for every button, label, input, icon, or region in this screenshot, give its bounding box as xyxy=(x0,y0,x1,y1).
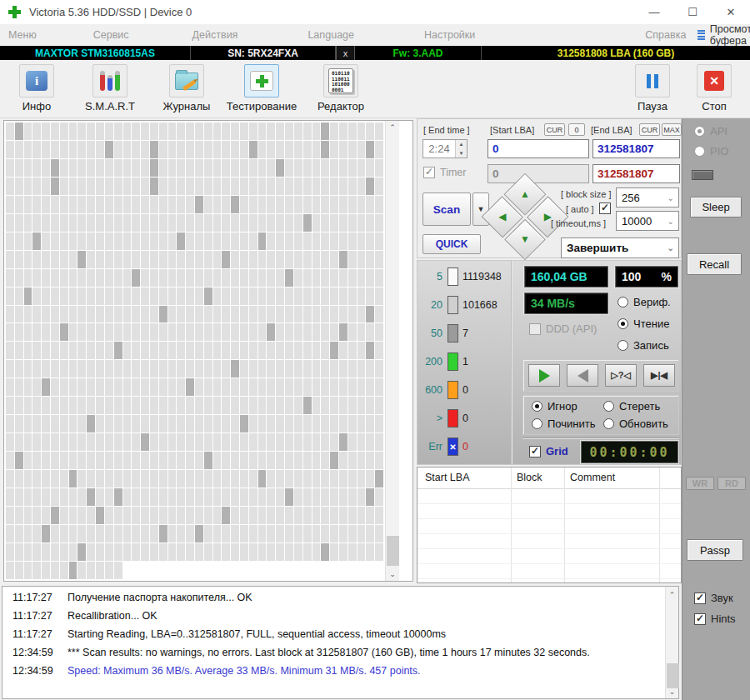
minimize-button[interactable]: — xyxy=(635,0,673,24)
scan-block xyxy=(132,470,140,488)
end-lba2-input[interactable]: 312581807 xyxy=(592,164,680,183)
scan-button[interactable]: Scan xyxy=(422,192,471,226)
action-refresh-radio[interactable]: Обновить xyxy=(603,418,668,430)
scan-block xyxy=(285,196,293,213)
scan-block xyxy=(285,251,293,268)
column-block[interactable]: Block xyxy=(517,472,542,483)
close-button[interactable]: ✕ xyxy=(712,0,750,24)
scan-block xyxy=(6,214,14,232)
scan-block xyxy=(32,178,41,195)
action-erase-radio[interactable]: Стереть xyxy=(603,400,660,412)
end-cur-button[interactable]: CUR xyxy=(639,123,660,136)
editor-button[interactable]: 010110 110011 101000 0001 Редактор xyxy=(305,64,377,112)
scan-block xyxy=(114,323,122,341)
play-button[interactable] xyxy=(528,364,560,387)
scan-block xyxy=(204,269,212,287)
scan-block xyxy=(231,196,239,213)
menu-service[interactable]: Сервис xyxy=(82,29,141,41)
scan-block xyxy=(123,433,132,451)
menu-settings[interactable]: Настройки xyxy=(412,29,487,41)
mode-read-radio[interactable]: Чтение xyxy=(618,318,669,330)
scan-block xyxy=(96,397,104,414)
end-lba-input[interactable]: 312581807 xyxy=(592,139,680,158)
journals-button[interactable]: Журналы xyxy=(148,64,225,112)
quick-button[interactable]: QUICK xyxy=(422,234,481,254)
scan-block xyxy=(42,306,50,323)
grid-checkbox[interactable]: Grid xyxy=(529,445,568,458)
stat-row-over: > 0 xyxy=(418,408,511,429)
recall-button[interactable]: Recall xyxy=(687,253,742,275)
menu-help[interactable]: Справка xyxy=(633,29,698,41)
scan-scrollbar[interactable]: ⌃ ⌄ xyxy=(385,121,399,581)
scroll-up-icon[interactable]: ⌃ xyxy=(386,121,399,134)
scan-block xyxy=(69,378,78,396)
buffer-view-button[interactable]: Просмотр буфера xyxy=(698,23,750,47)
scroll-thumb[interactable] xyxy=(387,536,399,566)
back-button[interactable] xyxy=(567,364,598,387)
scroll-down-icon[interactable]: ⌄ xyxy=(666,685,678,698)
scan-block xyxy=(258,378,267,396)
scan-block xyxy=(213,122,222,140)
scan-block xyxy=(375,452,383,469)
scan-block xyxy=(249,433,258,451)
action-ignore-radio[interactable]: Игнор xyxy=(532,400,578,412)
pause-button[interactable]: Пауза xyxy=(627,64,678,112)
scan-block xyxy=(375,488,383,506)
testing-button[interactable]: Тестирование xyxy=(218,64,305,112)
scan-block xyxy=(168,525,177,542)
on-finish-select[interactable]: Завершить⌄ xyxy=(561,238,679,258)
log-entry: 11:17:27Starting Reading, LBA=0..3125818… xyxy=(2,625,664,643)
scan-block xyxy=(177,433,185,451)
error-x-icon: ✕ xyxy=(448,438,458,456)
seek-end-button[interactable]: ▶|◀ xyxy=(643,364,675,387)
timer-checkbox[interactable]: Timer xyxy=(423,167,466,178)
scan-block xyxy=(123,159,132,177)
smart-button[interactable]: S.M.A.R.T xyxy=(70,64,150,112)
info-button[interactable]: i Инфо xyxy=(7,64,67,112)
scan-block xyxy=(15,214,23,232)
seek-question-button[interactable]: ▷?◁ xyxy=(605,364,637,387)
timeout-select[interactable]: 10000⌄ xyxy=(616,211,679,231)
menu-main[interactable]: Меню xyxy=(0,29,48,41)
sound-checkbox[interactable]: Звук xyxy=(694,592,733,604)
column-comment[interactable]: Comment xyxy=(570,472,615,483)
sleep-button[interactable]: Sleep xyxy=(690,197,742,218)
play-icon xyxy=(539,369,550,382)
passp-button[interactable]: Passp xyxy=(687,539,743,561)
scan-block xyxy=(69,251,78,268)
scan-block xyxy=(32,306,41,323)
scan-block xyxy=(303,159,312,177)
start-cur-button[interactable]: CUR xyxy=(544,123,565,136)
mode-verify-radio[interactable]: Вериф. xyxy=(618,296,671,308)
log-scrollbar[interactable]: ⌃ ⌄ xyxy=(665,587,678,698)
scroll-up-icon[interactable]: ⌃ xyxy=(666,588,678,602)
scan-block xyxy=(330,543,338,561)
end-time-spinner[interactable]: 2:24 ▲▼ xyxy=(422,139,468,158)
scan-block xyxy=(204,507,212,524)
menu-language[interactable]: Language xyxy=(296,29,366,41)
action-repair-radio[interactable]: Починить xyxy=(532,418,596,430)
hints-checkbox[interactable]: Hints xyxy=(694,612,736,625)
seek-question-icon: ▷?◁ xyxy=(611,370,631,381)
scroll-down-icon[interactable]: ⌄ xyxy=(386,568,399,581)
scan-block xyxy=(285,470,293,488)
scan-block xyxy=(15,288,23,305)
scan-block xyxy=(96,415,104,432)
stop-button[interactable]: ✕ Стоп xyxy=(688,64,740,112)
column-start-lba[interactable]: Start LBA xyxy=(425,472,470,483)
spinner-arrows-icon[interactable]: ▲▼ xyxy=(455,140,467,158)
scan-block xyxy=(141,122,149,140)
end-max-button[interactable]: MAX xyxy=(662,123,682,136)
scan-block xyxy=(330,397,338,414)
mode-write-radio[interactable]: Запись xyxy=(618,339,669,352)
block-size-select[interactable]: 256⌄ xyxy=(616,188,679,208)
scan-block xyxy=(375,159,383,177)
device-close-button[interactable]: x xyxy=(336,46,355,60)
maximize-button[interactable]: ☐ xyxy=(673,0,712,24)
start-zero-button[interactable]: 0 xyxy=(568,123,585,136)
start-lba-input[interactable]: 0 xyxy=(488,139,589,158)
scan-block xyxy=(249,251,258,268)
auto-checkbox[interactable] xyxy=(599,202,611,214)
scan-block xyxy=(69,342,78,359)
menu-actions[interactable]: Действия xyxy=(181,29,250,41)
